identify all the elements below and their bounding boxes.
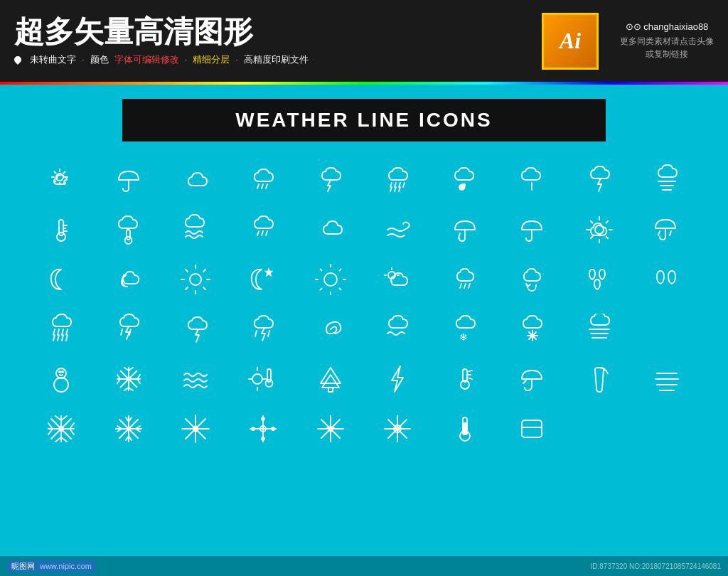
svg-line-30: [257, 231, 259, 235]
icon-big-snowflake5: [297, 405, 363, 453]
svg-point-137: [59, 427, 63, 431]
icon-thermo-cloud: [96, 206, 162, 254]
svg-line-53: [186, 270, 188, 272]
svg-line-76: [53, 329, 55, 335]
icon-thermometer: [28, 206, 95, 254]
icon-placeholder1: [499, 405, 565, 453]
svg-line-82: [62, 335, 63, 341]
svg-point-24: [57, 233, 65, 241]
id-info: ID:8737320 NO:20180721085724146081: [591, 562, 722, 570]
subtitle-bar: 未转曲文字 · 颜色 字体可编辑修改 · 精细分层 · 高精度印刷文件: [14, 53, 520, 66]
svg-line-143: [48, 429, 53, 434]
svg-line-77: [58, 329, 59, 335]
icon-moon: [28, 255, 95, 304]
main-title: 超多矢量高清图形: [14, 16, 520, 48]
svg-marker-57: [264, 268, 273, 277]
icon-single-drop: [499, 156, 565, 204]
icon-thunder-rain: [96, 305, 162, 353]
svg-line-54: [203, 270, 205, 272]
icon-rain-cloud2: [230, 206, 296, 254]
icon-thermo-cold: [432, 355, 498, 403]
icon-big-snowflake6: [365, 405, 431, 453]
icon-sun-cloud2: [365, 255, 431, 304]
username: ⊙⊙ changhaixiao88: [620, 21, 714, 32]
svg-line-12: [390, 183, 392, 187]
icon-placeholder3: [633, 405, 700, 453]
svg-line-41: [591, 221, 593, 223]
icon-water-drops2: [633, 255, 700, 304]
icon-tree-snow: [297, 355, 363, 403]
svg-point-99: [62, 371, 63, 373]
icon-snowman: [28, 355, 95, 403]
svg-line-141: [61, 437, 67, 442]
subtitle-text1: 未转曲文字: [30, 53, 76, 66]
icons-grid: ❄: [28, 156, 700, 453]
ai-label: Ai: [560, 28, 581, 54]
svg-line-46: [658, 231, 660, 235]
svg-line-124: [467, 370, 472, 372]
svg-line-18: [399, 187, 400, 191]
icon-umbrella-closed: [567, 355, 633, 403]
nipic-url: www.nipic.com: [40, 562, 92, 570]
svg-line-111: [137, 379, 140, 383]
icon-heavy-rain: [365, 156, 431, 204]
nipic-logo: 昵图网 www.nipic.com: [7, 560, 96, 573]
icon-partly-cloudy-rain: [432, 255, 498, 304]
svg-point-98: [59, 371, 60, 373]
svg-line-84: [121, 329, 122, 335]
svg-point-169: [272, 427, 274, 430]
svg-line-73: [460, 284, 461, 288]
icon-big-snowflake2: [96, 405, 162, 453]
icon-thunder-cloud: [297, 156, 363, 204]
icon-lightning: [365, 355, 431, 403]
icon-cloud-snow: ❄: [432, 305, 498, 353]
icon-refresh-cloud: [499, 255, 565, 304]
svg-point-112: [252, 374, 262, 384]
icon-umbrella-rain: [633, 206, 700, 254]
svg-line-31: [262, 231, 263, 235]
icon-umbrella2: [432, 206, 498, 254]
svg-point-48: [190, 274, 201, 285]
svg-point-168: [252, 427, 255, 430]
svg-line-9: [257, 184, 259, 188]
ai-logo: Ai: [542, 13, 599, 70]
svg-line-126: [467, 378, 472, 379]
svg-line-47: [670, 231, 671, 235]
svg-line-81: [58, 335, 59, 341]
icon-waves: [163, 355, 229, 403]
svg-rect-183: [522, 420, 542, 437]
svg-line-56: [203, 287, 205, 289]
icon-cloud-thunder: [163, 305, 229, 353]
svg-line-74: [464, 284, 466, 288]
icon-cloud-fog2: [567, 305, 633, 353]
icon-rain-drop: [432, 156, 498, 204]
icon-heavy-rain2: [28, 305, 95, 353]
svg-line-140: [55, 437, 61, 442]
svg-point-58: [324, 273, 337, 286]
icon-fog-lines: [633, 355, 700, 403]
icon-wind-cloud: [163, 206, 229, 254]
svg-line-75: [469, 284, 470, 288]
svg-line-87: [268, 331, 269, 336]
content-title: WEATHER LINE ICONS: [122, 99, 606, 142]
svg-line-78: [62, 329, 63, 335]
svg-line-110: [137, 375, 140, 379]
icon-wind: [365, 206, 431, 254]
icon-umbrella-wind: [499, 355, 565, 403]
svg-line-44: [606, 237, 609, 239]
svg-line-80: [53, 335, 55, 341]
svg-line-32: [266, 231, 267, 235]
icon-placeholder2: [567, 405, 633, 453]
icon-light-rain: [230, 156, 296, 204]
icon-fog: [633, 156, 700, 204]
svg-line-17: [395, 187, 396, 191]
svg-point-166: [262, 417, 264, 420]
svg-line-128: [523, 380, 526, 383]
icon-water-drops: [567, 255, 633, 304]
icon-cloud-snowflake: [499, 305, 565, 353]
svg-line-34: [459, 233, 460, 238]
location-icon: [13, 55, 23, 65]
svg-line-13: [395, 183, 396, 187]
icon-sun-thermo: [230, 355, 296, 403]
icon-snowflake: [96, 355, 162, 403]
